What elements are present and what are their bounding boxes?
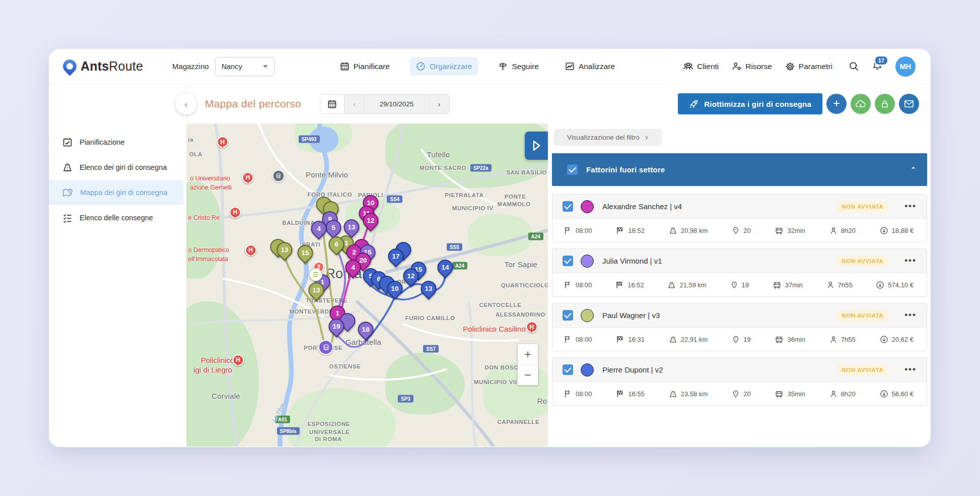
route-map[interactable]: iaOLASP493TufelloMONTE SACROSP22aSAN BAS… bbox=[186, 123, 548, 447]
driver-row[interactable]: Pierre Dupont | v2 NON AVVIATA ••• bbox=[552, 358, 927, 382]
tab-seguire[interactable]: Seguire bbox=[492, 57, 544, 76]
zoom-out-button[interactable]: − bbox=[518, 365, 538, 385]
dots-menu-icon[interactable]: ••• bbox=[904, 314, 917, 317]
clients-icon bbox=[683, 61, 693, 71]
delivery-pin[interactable]: 4 bbox=[311, 221, 326, 236]
stat-cost: 20,62 € bbox=[880, 335, 914, 344]
dots-menu-icon[interactable]: ••• bbox=[904, 205, 917, 208]
depot-marker[interactable] bbox=[318, 340, 333, 355]
delivery-pin[interactable]: 19 bbox=[328, 319, 344, 334]
group-checkbox[interactable] bbox=[567, 164, 578, 175]
status-badge: NON AVVIATA bbox=[836, 201, 888, 212]
driver-checkbox[interactable] bbox=[563, 310, 573, 321]
delivery-pin[interactable]: 17 bbox=[388, 249, 403, 264]
driver-checkbox[interactable] bbox=[563, 256, 573, 266]
delivery-pin[interactable]: 13 bbox=[421, 281, 437, 296]
calendar-icon bbox=[327, 99, 337, 109]
avatar[interactable]: MH bbox=[895, 56, 916, 77]
stat-stops: 20 bbox=[732, 226, 750, 235]
delivery-pin[interactable]: 12 bbox=[363, 213, 379, 228]
driver-stats-row: 08:0016:5221,59 km1937min7h55574,10 € bbox=[552, 273, 927, 296]
driver-name: Paul Wagner | v3 bbox=[602, 311, 660, 320]
lock-button[interactable] bbox=[875, 94, 895, 114]
driver-row[interactable]: Julia Virmond | v1 NON AVVIATA ••• bbox=[552, 249, 927, 273]
delivery-pin[interactable]: 10 bbox=[387, 281, 403, 296]
notifications-button[interactable]: 17 bbox=[872, 60, 882, 73]
delivery-pin[interactable]: 13 bbox=[308, 282, 324, 298]
search-icon[interactable] bbox=[849, 61, 859, 72]
nav-risorse[interactable]: Risorse bbox=[732, 61, 772, 71]
stat-stops: 19 bbox=[730, 281, 749, 289]
station-marker[interactable] bbox=[272, 169, 285, 182]
stat-stops: 20 bbox=[732, 390, 750, 398]
sidebar-item-elenco-giri[interactable]: Elenco dei giri di consegna bbox=[49, 155, 183, 180]
tab-pianificare[interactable]: Pianificare bbox=[334, 57, 396, 76]
dots-menu-icon[interactable]: ••• bbox=[904, 368, 917, 371]
status-badge: NON AVVIATA bbox=[836, 310, 888, 321]
cloud-download-button[interactable] bbox=[851, 94, 871, 114]
nav-clienti[interactable]: Clienti bbox=[683, 61, 719, 71]
filter-view-button[interactable]: Visualizzazione del filtro∨ bbox=[554, 129, 662, 146]
stat-cost: 56,60 € bbox=[880, 390, 914, 398]
stat-cost: 18,88 € bbox=[880, 226, 914, 235]
lock-icon bbox=[880, 99, 889, 109]
zoom-in-button[interactable]: + bbox=[518, 344, 538, 364]
delivery-pin[interactable]: 13 bbox=[277, 242, 293, 258]
date-prev-button[interactable]: ‹ bbox=[344, 95, 365, 113]
group-title: Fattorini fuori settore bbox=[586, 165, 665, 174]
person-icon bbox=[826, 281, 834, 289]
sidebar-item-elenco-consegne[interactable]: Elenco delle consegne bbox=[49, 205, 183, 230]
warehouse-select[interactable]: Nancy bbox=[215, 57, 274, 76]
driver-row[interactable]: Paul Wagner | v3 NON AVVIATA ••• bbox=[552, 303, 927, 327]
calendar-picker-button[interactable] bbox=[320, 95, 344, 113]
layers-marker[interactable]: ☰ bbox=[309, 268, 322, 281]
person-icon bbox=[829, 335, 837, 344]
nav-parametri[interactable]: Parametri bbox=[785, 61, 832, 72]
dots-menu-icon[interactable]: ••• bbox=[904, 259, 917, 263]
delivery-pin[interactable]: 15 bbox=[298, 245, 313, 261]
stat-end: 16:31 bbox=[616, 335, 645, 344]
warehouse-block: Magazzino Nancy bbox=[172, 57, 274, 76]
sidebar-item-mappa-giri[interactable]: Mappa dei giri di consegna bbox=[49, 180, 183, 205]
page-header: ‹ Mappa del percorso ‹ 29/10/2025 › Riot… bbox=[49, 84, 931, 123]
date-next-button[interactable]: › bbox=[429, 95, 449, 113]
stat-start: 08:00 bbox=[564, 226, 592, 235]
map-routes-layer bbox=[186, 123, 548, 447]
delivery-pin[interactable]: 14 bbox=[438, 260, 453, 275]
stat-drive: 32min bbox=[775, 226, 805, 235]
panel-toggle-button[interactable] bbox=[525, 132, 548, 160]
mail-icon bbox=[904, 99, 914, 108]
calendar-icon bbox=[340, 61, 349, 71]
sidebar-item-pianificazione[interactable]: Pianificazione bbox=[49, 130, 183, 155]
date-value[interactable]: 29/10/2025 bbox=[365, 95, 429, 113]
page-title: Mappa del percorso bbox=[205, 98, 301, 110]
delivery-pin[interactable]: 12 bbox=[403, 268, 418, 284]
driver-checkbox[interactable] bbox=[563, 201, 573, 212]
add-button[interactable]: + bbox=[826, 94, 847, 114]
distance-icon bbox=[669, 226, 677, 235]
delivery-pin[interactable]: 6 bbox=[328, 236, 344, 252]
driver-checkbox[interactable] bbox=[563, 364, 573, 375]
brand-logo: AntsRoute bbox=[63, 59, 143, 74]
delivery-pin[interactable]: 13 bbox=[344, 219, 360, 235]
finish-flag-icon bbox=[616, 226, 624, 235]
collapse-sidebar-button[interactable]: ‹ bbox=[176, 94, 196, 114]
driver-row[interactable]: Alexandre Sanchez | v4 NON AVVIATA ••• bbox=[552, 195, 927, 218]
stat-drive: 36min bbox=[775, 335, 805, 344]
delivery-pin[interactable]: 4 bbox=[345, 260, 361, 275]
flag-icon bbox=[564, 226, 572, 235]
stop-pin-icon bbox=[732, 335, 740, 344]
tab-organizzare[interactable]: Organizzare bbox=[410, 57, 478, 76]
hospital-icon: H bbox=[232, 354, 244, 366]
stat-distance: 22,91 km bbox=[669, 335, 708, 344]
stat-end: 16:52 bbox=[616, 226, 645, 235]
driver-group-header[interactable]: Fattorini fuori settore ⌃ bbox=[552, 153, 927, 186]
hospital-icon: H bbox=[217, 136, 228, 148]
van-icon bbox=[775, 335, 784, 344]
tab-analizzare[interactable]: Analizzare bbox=[559, 57, 621, 76]
mail-button[interactable] bbox=[899, 94, 919, 114]
delivery-pin[interactable]: 18 bbox=[358, 322, 374, 337]
delivery-pin[interactable]: 5 bbox=[326, 220, 341, 235]
chevron-down-icon: ∨ bbox=[645, 134, 649, 141]
reoptimize-button[interactable]: Riottimizza i giri di consegna bbox=[678, 93, 822, 114]
